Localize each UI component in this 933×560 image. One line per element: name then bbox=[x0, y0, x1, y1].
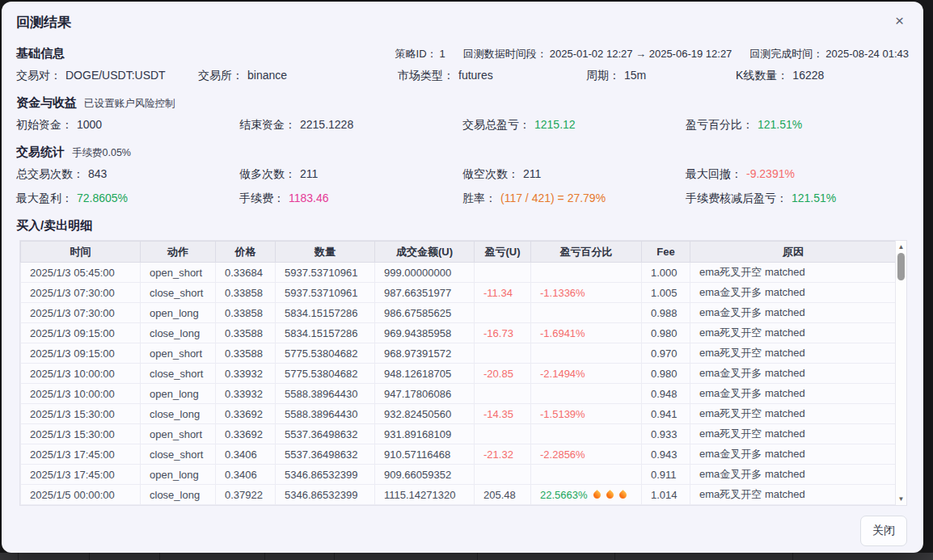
meta-item: 回测完成时间：2025-08-24 01:43 bbox=[749, 47, 909, 61]
table-cell: 1.014 bbox=[642, 485, 690, 505]
meta-item: 回测数据时间段：2025-01-02 12:27 → 2025-06-19 12… bbox=[463, 47, 732, 61]
table-cell: 931.89168109 bbox=[375, 424, 475, 444]
table-cell bbox=[531, 303, 642, 323]
section-title-stats: 交易统计 bbox=[16, 145, 65, 160]
table-cell: ema死叉开空 matched bbox=[690, 485, 897, 505]
table-cell: ema金叉开多 matched bbox=[690, 364, 897, 384]
table-cell: close_long bbox=[141, 404, 216, 424]
table-cell bbox=[531, 384, 642, 404]
section-title-basic-info: 基础信息 bbox=[16, 46, 65, 61]
table-cell: close_short bbox=[141, 444, 216, 465]
table-cell: 5834.15157286 bbox=[276, 323, 375, 343]
meta-item: 策略ID：1 bbox=[395, 47, 445, 61]
screen-background: × 回测结果 基础信息 策略ID：1回测数据时间段：2025-01-02 12:… bbox=[0, 0, 933, 560]
table-cell: 0.941 bbox=[642, 404, 690, 424]
fire-icon bbox=[605, 490, 615, 500]
table-cell: 2025/1/3 17:45:00 bbox=[21, 444, 141, 465]
backtest-result-modal: × 回测结果 基础信息 策略ID：1回测数据时间段：2025-01-02 12:… bbox=[2, 2, 923, 553]
scrollbar-thumb[interactable] bbox=[897, 253, 905, 280]
table-cell: 0.33588 bbox=[216, 323, 276, 343]
stat-field: 手续费核减后盈亏：121.51% bbox=[686, 192, 909, 206]
table-cell: -21.32 bbox=[475, 444, 531, 465]
scroll-up-icon[interactable]: ▲ bbox=[896, 242, 906, 252]
table-cell: 969.94385958 bbox=[375, 323, 475, 343]
table-cell: ema金叉开多 matched bbox=[690, 384, 897, 404]
table-cell: 0.988 bbox=[642, 303, 690, 323]
table-cell: 2025/1/3 15:30:00 bbox=[21, 424, 141, 444]
fire-icon bbox=[592, 490, 602, 500]
modal-title: 回测结果 bbox=[16, 13, 909, 32]
table-header-row: 时间动作价格数量成交金额(U)盈亏(U)盈亏百分比Fee原因 bbox=[21, 242, 897, 263]
section-title-funds: 资金与收益 bbox=[16, 95, 77, 111]
stat-field: 做空次数：211 bbox=[462, 167, 686, 182]
table-cell bbox=[475, 303, 531, 323]
table-cell: 0.980 bbox=[642, 323, 690, 343]
column-header: 数量 bbox=[276, 242, 375, 263]
table-cell: ema金叉开多 matched bbox=[690, 465, 897, 485]
table-row: 2025/1/3 17:45:00open_long0.34065346.865… bbox=[21, 465, 897, 485]
table-cell: 22.5663% bbox=[531, 485, 642, 505]
table-cell: 5588.38964430 bbox=[276, 384, 375, 404]
table-cell: -16.73 bbox=[475, 323, 531, 343]
table-cell: 5588.38964430 bbox=[276, 404, 375, 424]
table-cell: close_short bbox=[141, 364, 216, 384]
stat-field: 手续费：1183.46 bbox=[239, 192, 462, 206]
table-cell: 0.33932 bbox=[216, 384, 276, 404]
table-cell: 909.66059352 bbox=[375, 465, 475, 485]
table-cell: 1115.14271320 bbox=[375, 485, 475, 505]
table-cell: open_long bbox=[141, 465, 216, 485]
table-scrollbar[interactable]: ▲ ▼ bbox=[895, 241, 906, 505]
stat-field: 周期：15m bbox=[586, 69, 736, 83]
table-cell: 947.17806086 bbox=[375, 384, 475, 404]
close-icon[interactable]: × bbox=[895, 13, 904, 28]
table-cell: 910.57116468 bbox=[375, 444, 475, 465]
table-cell: -1.5139% bbox=[531, 404, 642, 424]
table-cell: 932.82450560 bbox=[375, 404, 475, 424]
close-button[interactable]: 关闭 bbox=[860, 516, 907, 546]
table-cell: 0.33588 bbox=[216, 343, 276, 364]
table-row: 2025/1/3 09:15:00open_short0.335885775.5… bbox=[21, 343, 897, 364]
stat-field: 做多次数：211 bbox=[239, 167, 462, 182]
table-cell: -2.1494% bbox=[531, 364, 642, 384]
background-table-strip bbox=[0, 553, 933, 560]
table-row: 2025/1/5 00:00:00close_long0.379225346.8… bbox=[21, 485, 897, 505]
table-cell: 2025/1/3 10:00:00 bbox=[21, 364, 141, 384]
table-cell: open_short bbox=[141, 424, 216, 444]
table-cell bbox=[475, 343, 531, 364]
table-cell: 205.48 bbox=[475, 485, 531, 505]
table-cell bbox=[531, 263, 642, 283]
backtest-meta: 策略ID：1回测数据时间段：2025-01-02 12:27 → 2025-06… bbox=[395, 47, 909, 61]
table-cell: close_long bbox=[141, 485, 216, 505]
table-cell bbox=[531, 424, 642, 444]
table-row: 2025/1/3 07:30:00open_long0.338585834.15… bbox=[21, 303, 897, 323]
table-cell: 2025/1/3 17:45:00 bbox=[21, 465, 141, 485]
table-cell: 0.948 bbox=[642, 384, 690, 404]
scroll-down-icon[interactable]: ▼ bbox=[896, 494, 906, 504]
table-cell: -2.2856% bbox=[531, 444, 642, 465]
table-cell: 0.33858 bbox=[216, 303, 276, 323]
table-row: 2025/1/3 17:45:00close_short0.34065537.3… bbox=[21, 444, 897, 465]
stat-field: 初始资金：1000 bbox=[16, 118, 239, 133]
column-header: 动作 bbox=[141, 242, 216, 263]
funds-note: 已设置账户风险控制 bbox=[84, 97, 175, 111]
table-cell: ema死叉开空 matched bbox=[690, 323, 897, 343]
table-row: 2025/1/3 15:30:00close_long0.336925588.3… bbox=[21, 404, 897, 424]
table-cell: ema金叉开多 matched bbox=[690, 303, 897, 323]
table-cell: 2025/1/3 09:15:00 bbox=[21, 323, 141, 343]
stat-field: 最大回撤：-9.2391% bbox=[686, 167, 909, 182]
table-cell: 2025/1/3 07:30:00 bbox=[21, 303, 141, 323]
stat-field: 最大盈利：72.8605% bbox=[16, 192, 239, 206]
stat-field: 盈亏百分比：121.51% bbox=[686, 118, 909, 133]
table-cell: 5937.53710961 bbox=[276, 263, 375, 283]
table-cell: 0.980 bbox=[642, 364, 690, 384]
table-cell: 0.33692 bbox=[216, 404, 276, 424]
table-cell: 0.33932 bbox=[216, 364, 276, 384]
table-cell bbox=[531, 343, 642, 364]
table-cell: open_short bbox=[141, 263, 216, 283]
table-cell: 948.12618705 bbox=[375, 364, 475, 384]
table-cell: 0.3406 bbox=[216, 444, 276, 465]
table-cell: 2025/1/3 15:30:00 bbox=[21, 404, 141, 424]
table-cell: 0.943 bbox=[642, 444, 690, 465]
column-header: 时间 bbox=[21, 242, 141, 263]
table-cell: open_long bbox=[141, 384, 216, 404]
